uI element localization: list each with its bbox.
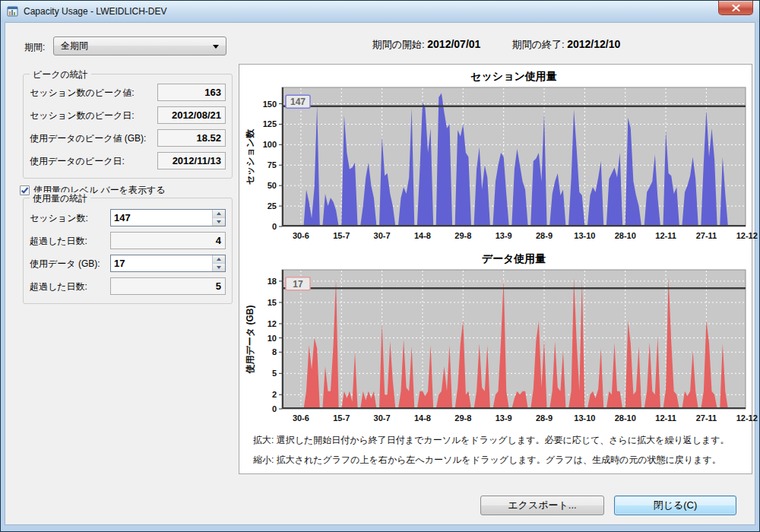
stat-label: 使用データ (GB): bbox=[30, 258, 100, 271]
spin-down-button[interactable] bbox=[213, 264, 225, 271]
stat-label: 超過した日数: bbox=[30, 235, 87, 248]
stat-row: セッション数のピーク値: 163 bbox=[30, 84, 226, 102]
svg-text:125: 125 bbox=[263, 119, 277, 128]
stat-row: 使用データのピーク日: 2012/11/13 bbox=[30, 152, 226, 170]
spin-up-button[interactable] bbox=[213, 255, 225, 264]
close-dialog-button[interactable]: 閉じる(C) bbox=[614, 496, 736, 515]
svg-text:30-7: 30-7 bbox=[374, 231, 391, 240]
stat-label: 超過した日数: bbox=[30, 280, 87, 293]
level-bar-checkbox[interactable] bbox=[20, 185, 30, 195]
svg-text:15: 15 bbox=[268, 298, 277, 307]
svg-text:29-8: 29-8 bbox=[454, 231, 471, 240]
sessions-level-spinner bbox=[110, 209, 226, 226]
svg-text:28-10: 28-10 bbox=[615, 413, 636, 423]
spin-down-icon bbox=[217, 266, 221, 269]
data-peak-value-field: 18.52 bbox=[157, 129, 226, 147]
svg-text:12-11: 12-11 bbox=[655, 413, 676, 423]
stat-row: 使用データ (GB): bbox=[30, 255, 226, 273]
data-level-input[interactable] bbox=[111, 255, 212, 271]
svg-text:14-8: 14-8 bbox=[414, 231, 431, 240]
svg-text:12: 12 bbox=[268, 319, 277, 328]
zoom-out-instruction: 縮小: 拡大されたグラフの上を右から左へカーソルをドラッグします。グラフは、生成… bbox=[253, 454, 721, 467]
spin-up-icon bbox=[217, 258, 221, 261]
close-icon bbox=[731, 5, 741, 11]
svg-text:14-8: 14-8 bbox=[414, 413, 431, 423]
spin-up-button[interactable] bbox=[213, 210, 225, 218]
period-end-label: 期間の終了: bbox=[512, 39, 565, 50]
svg-text:10: 10 bbox=[268, 334, 277, 343]
svg-text:8: 8 bbox=[272, 347, 277, 356]
svg-text:12-12: 12-12 bbox=[736, 231, 758, 240]
stat-row: 超過した日数: 5 bbox=[30, 277, 226, 296]
window-title: Capacity Usage - LWEIDLICH-DEV bbox=[24, 6, 167, 17]
period-start-label: 期間の開始: bbox=[372, 39, 425, 50]
svg-text:30-7: 30-7 bbox=[374, 413, 391, 423]
spin-down-button[interactable] bbox=[213, 218, 225, 226]
svg-text:0: 0 bbox=[272, 222, 277, 231]
spin-up-icon bbox=[217, 212, 221, 215]
data-usage-chart[interactable]: データ使用量1702581012151830-615-730-714-829-8… bbox=[242, 250, 750, 431]
svg-text:28-9: 28-9 bbox=[536, 231, 553, 240]
sessions-level-input[interactable] bbox=[111, 210, 212, 226]
svg-text:セッション使用量: セッション使用量 bbox=[470, 70, 557, 82]
svg-text:50: 50 bbox=[268, 181, 277, 190]
svg-text:0: 0 bbox=[272, 404, 277, 413]
svg-text:13-10: 13-10 bbox=[574, 413, 595, 423]
period-value: 全期間 bbox=[61, 40, 88, 52]
data-level-spinner bbox=[110, 255, 226, 272]
svg-text:15-7: 15-7 bbox=[333, 413, 350, 423]
stat-row: セッション数: bbox=[30, 209, 226, 227]
usage-stats-group-title: 使用量の統計 bbox=[30, 192, 90, 205]
svg-text:使用データ (GB): 使用データ (GB) bbox=[245, 306, 255, 375]
capacity-usage-dialog: Capacity Usage - LWEIDLICH-DEV 期間: 全期間 ピ… bbox=[0, 0, 760, 532]
svg-text:5: 5 bbox=[272, 369, 277, 378]
svg-text:27-11: 27-11 bbox=[696, 413, 717, 423]
title-bar[interactable]: Capacity Usage - LWEIDLICH-DEV bbox=[1, 1, 759, 22]
peak-stats-group: ピークの統計 セッション数のピーク値: 163 セッション数のピーク日: 201… bbox=[23, 74, 233, 179]
svg-text:30-6: 30-6 bbox=[293, 413, 309, 423]
period-select[interactable]: 全期間 bbox=[53, 36, 226, 55]
svg-text:12-12: 12-12 bbox=[736, 413, 758, 423]
close-button[interactable] bbox=[718, 1, 753, 15]
sessions-usage-chart[interactable]: セッション使用量147025507510012515030-615-730-71… bbox=[242, 68, 750, 249]
svg-text:データ使用量: データ使用量 bbox=[482, 252, 546, 264]
chart-panel: セッション使用量147025507510012515030-615-730-71… bbox=[239, 64, 752, 474]
svg-text:18: 18 bbox=[268, 277, 277, 286]
period-label: 期間: bbox=[24, 41, 45, 54]
svg-text:28-10: 28-10 bbox=[615, 231, 636, 240]
svg-text:147: 147 bbox=[290, 97, 306, 107]
period-header: 期間の開始: 2012/07/01 期間の終了: 2012/12/10 bbox=[241, 38, 752, 52]
svg-text:13-10: 13-10 bbox=[574, 231, 595, 240]
stat-label: セッション数のピーク値: bbox=[30, 87, 135, 100]
svg-text:25: 25 bbox=[268, 201, 277, 211]
sessions-exceeded-days-field: 4 bbox=[110, 232, 226, 249]
export-button[interactable]: エクスポート... bbox=[480, 496, 604, 515]
svg-text:30-6: 30-6 bbox=[293, 231, 309, 240]
dialog-body: 期間: 全期間 ピークの統計 セッション数のピーク値: 163 セッション数のピ… bbox=[5, 22, 755, 525]
svg-text:セッション数: セッション数 bbox=[245, 128, 255, 185]
peak-stats-group-title: ピークの統計 bbox=[30, 68, 91, 81]
svg-text:100: 100 bbox=[263, 140, 277, 149]
stat-row: 超過した日数: 4 bbox=[30, 232, 226, 250]
chevron-down-icon bbox=[213, 45, 219, 49]
svg-text:75: 75 bbox=[268, 160, 277, 169]
data-peak-date-field: 2012/11/13 bbox=[157, 152, 226, 169]
svg-text:17: 17 bbox=[293, 279, 303, 290]
stat-label: 使用データのピーク値 (GB): bbox=[30, 132, 146, 145]
svg-text:13-9: 13-9 bbox=[496, 413, 512, 423]
spinner-buttons bbox=[212, 255, 225, 271]
svg-text:2: 2 bbox=[272, 390, 277, 399]
stat-row: セッション数のピーク日: 2012/08/21 bbox=[30, 106, 226, 125]
spinner-buttons bbox=[212, 210, 225, 226]
stat-label: セッション数のピーク日: bbox=[30, 109, 135, 122]
sessions-peak-date-field: 2012/08/21 bbox=[157, 106, 226, 124]
usage-stats-group: 使用量の統計 セッション数: 超過した日数: 4 使用データ (GB): bbox=[23, 198, 233, 304]
check-icon bbox=[21, 186, 29, 195]
svg-text:28-9: 28-9 bbox=[536, 413, 553, 423]
stat-label: セッション数: bbox=[30, 212, 88, 225]
svg-text:15-7: 15-7 bbox=[333, 231, 350, 240]
spin-down-icon bbox=[217, 220, 221, 223]
period-start-value: 2012/07/01 bbox=[427, 38, 480, 50]
app-icon bbox=[7, 5, 19, 17]
period-end-value: 2012/12/10 bbox=[567, 38, 620, 50]
